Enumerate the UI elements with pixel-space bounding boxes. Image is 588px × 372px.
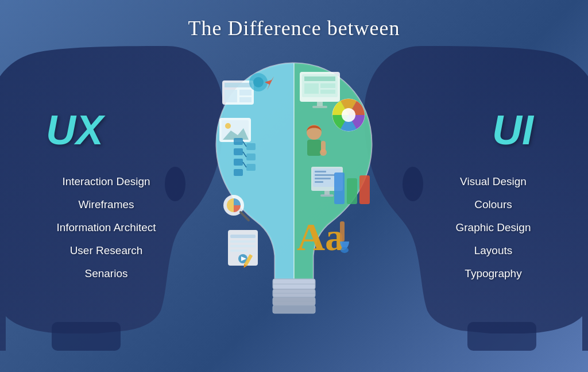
svg-rect-52 [320,83,335,88]
svg-rect-3 [467,322,536,351]
svg-rect-16 [225,90,237,102]
svg-point-2 [403,167,423,201]
svg-rect-32 [246,164,256,171]
svg-rect-29 [234,169,243,176]
ux-item-5: Senarios [34,267,178,280]
svg-rect-66 [315,178,331,179]
svg-rect-42 [230,245,256,247]
svg-rect-59 [307,140,321,156]
svg-rect-40 [230,235,256,238]
light-bulb: Aa [205,55,383,336]
ui-items-list: Visual Design Colours Graphic Design Lay… [430,175,556,280]
svg-rect-72 [359,175,370,204]
svg-point-61 [320,149,327,156]
svg-rect-28 [234,159,243,166]
ux-items-list: Interaction Design Wireframes Informatio… [34,175,178,280]
svg-text:Aa: Aa [297,215,345,259]
svg-rect-31 [246,154,256,160]
svg-rect-55 [312,106,327,108]
ui-item-3: Graphic Design [430,221,556,234]
svg-rect-1 [52,322,121,351]
svg-rect-50 [304,76,335,81]
ui-item-2: Colours [430,198,556,211]
ux-item-1: Interaction Design [34,175,178,188]
svg-rect-41 [230,240,256,243]
svg-rect-74 [340,221,345,241]
svg-rect-53 [320,90,335,94]
ux-item-2: Wireframes [34,198,178,211]
svg-rect-17 [239,90,252,95]
svg-rect-27 [234,148,243,155]
svg-rect-30 [246,143,256,150]
svg-rect-65 [315,174,335,176]
svg-rect-69 [320,194,334,197]
svg-rect-64 [315,171,326,172]
svg-point-57 [342,108,355,122]
svg-rect-70 [334,172,345,204]
svg-point-20 [253,77,264,87]
ui-item-4: Layouts [430,244,556,257]
ui-label: UI [492,106,533,154]
svg-rect-10 [273,305,315,313]
svg-point-24 [225,123,231,129]
svg-rect-71 [347,178,357,204]
svg-rect-68 [324,191,330,195]
svg-rect-43 [230,250,247,252]
ui-item-5: Typography [430,267,556,280]
svg-point-75 [341,247,349,253]
svg-rect-15 [225,83,252,87]
svg-rect-18 [239,97,252,102]
ux-label: UX [46,106,103,154]
ux-item-3: Information Architect [34,221,178,234]
ui-item-1: Visual Design [430,175,556,188]
svg-rect-67 [315,181,323,183]
svg-rect-54 [317,102,323,106]
svg-rect-26 [234,138,243,145]
ux-item-4: User Research [34,244,178,257]
svg-rect-51 [304,83,319,94]
